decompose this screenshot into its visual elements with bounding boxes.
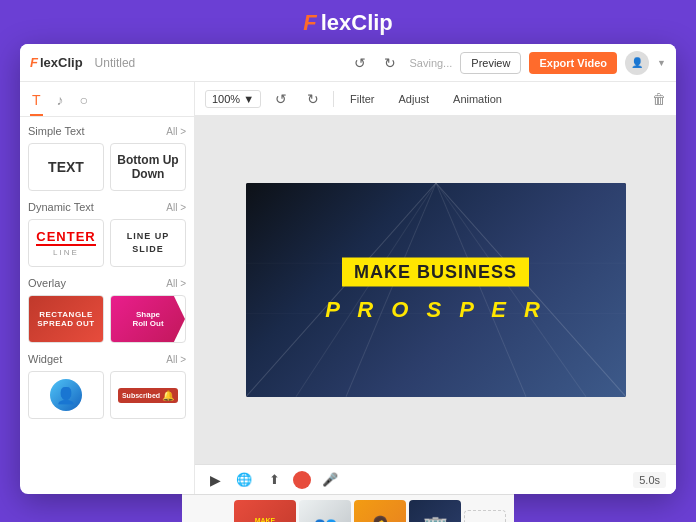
dynamic-text-center[interactable]: CENTER LINE [28, 219, 104, 267]
subline-text: P R O S P E R [265, 297, 607, 323]
upload-icon[interactable]: ⬆ [263, 469, 285, 491]
clip-duration: 5.0s [633, 472, 666, 488]
header-logo: F lexClip [30, 55, 83, 70]
overlay-label: Overlay [28, 277, 66, 289]
brand-f-letter: F [303, 10, 316, 36]
subscribed-text: Subscribed [122, 392, 160, 399]
header-logo-text: lexClip [40, 55, 83, 70]
avatar[interactable]: 👤 [625, 51, 649, 75]
panel-content: Simple Text All > TEXT Bottom UpDown Dyn… [20, 117, 194, 494]
widget-subscribe[interactable]: Subscribed 🔔 [110, 371, 186, 419]
canvas-toolbar: 100% ▼ ↺ ↻ Filter Adjust Animation 🗑 [195, 82, 676, 116]
header-logo-f: F [30, 55, 38, 70]
avatar-dropdown-icon[interactable]: ▼ [657, 58, 666, 68]
clip-item-2[interactable]: 👥 Video 5.0s [299, 500, 351, 523]
clip-item-4[interactable]: 🏢 MAKE BUSINESS Video 5.0s [409, 500, 461, 523]
widget-label: Widget [28, 353, 62, 365]
canvas-text-overlay: MAKE BUSINESS P R O S P E R [265, 258, 607, 323]
simple-text-label: Simple Text [28, 125, 85, 137]
dynamic-text-section-header: Dynamic Text All > [28, 201, 186, 213]
clip-building-icon: 🏢 [423, 514, 448, 523]
simple-text-item-text[interactable]: TEXT [28, 143, 104, 191]
dynamic-text-lineup[interactable]: LINE UPSLIDE [110, 219, 186, 267]
clip-thumb-2[interactable]: 👥 [299, 500, 351, 523]
app-header: F lexClip Untitled ↺ ↻ Saving... Preview… [20, 44, 676, 82]
widget-subscribed-badge: Subscribed 🔔 [118, 388, 178, 403]
overlay-items: RECTANGLE SPREAD OUT ShapeRoll Out [28, 295, 186, 343]
brand-logo: F lexClip [303, 10, 393, 36]
play-button[interactable]: ▶ [205, 470, 225, 490]
app-window: F lexClip Untitled ↺ ↻ Saving... Preview… [20, 44, 676, 494]
center-text-top: CENTER [36, 230, 95, 246]
saving-indicator: Saving... [409, 57, 452, 69]
animation-button[interactable]: Animation [445, 90, 510, 108]
canvas-area: MAKE BUSINESS P R O S P E R [195, 116, 676, 464]
canvas-controls: ▶ 🌐 ⬆ 🎤 5.0s [195, 464, 676, 494]
rect-overlay-text: RECTANGLE [39, 310, 93, 319]
simple-text-section-header: Simple Text All > [28, 125, 186, 137]
tab-music[interactable]: ♪ [55, 88, 66, 116]
simple-text-all[interactable]: All > [166, 126, 186, 137]
toolbar-separator [333, 91, 334, 107]
headline-text: MAKE BUSINESS [342, 258, 529, 287]
widget-section-header: Widget All > [28, 353, 186, 365]
preview-button[interactable]: Preview [460, 52, 521, 74]
filter-button[interactable]: Filter [342, 90, 382, 108]
record-button[interactable] [293, 471, 311, 489]
clip-thumb-3[interactable]: 👩‍💼 [354, 500, 406, 523]
bell-icon: 🔔 [162, 390, 174, 401]
widget-all[interactable]: All > [166, 354, 186, 365]
widget-icon: 👤 [50, 379, 82, 411]
simple-text-item-bottomup[interactable]: Bottom UpDown [110, 143, 186, 191]
tab-text[interactable]: T [30, 88, 43, 116]
overlay-shape-rollout[interactable]: ShapeRoll Out [110, 295, 186, 343]
rotate-left-button[interactable]: ↺ [269, 87, 293, 111]
zoom-value: 100% [212, 93, 240, 105]
clip-office-icon: 👩‍💼 [369, 515, 391, 523]
lineup-text: LINE UPSLIDE [127, 230, 170, 255]
overlay-all[interactable]: All > [166, 278, 186, 289]
clip-thumb-1[interactable]: MAKEBUSINESS PROSPER [234, 500, 296, 523]
mic-icon[interactable]: 🎤 [319, 469, 341, 491]
video-canvas: MAKE BUSINESS P R O S P E R [246, 183, 626, 397]
document-title: Untitled [95, 56, 136, 70]
timeline-clips: MAKEBUSINESS PROSPER Photo 5.0s 👥 Video … [234, 501, 506, 522]
panel-tabs: T ♪ ○ [20, 82, 194, 117]
zoom-dropdown-icon: ▼ [243, 93, 254, 105]
left-panel: T ♪ ○ Simple Text All > TEXT Bottom UpDo… [20, 82, 195, 494]
adjust-button[interactable]: Adjust [390, 90, 437, 108]
dynamic-text-items: CENTER LINE LINE UPSLIDE [28, 219, 186, 267]
widget-profile[interactable]: 👤 [28, 371, 104, 419]
widget-items: 👤 Subscribed 🔔 [28, 371, 186, 419]
right-area: 100% ▼ ↺ ↻ Filter Adjust Animation 🗑 [195, 82, 676, 494]
delete-button[interactable]: 🗑 [652, 91, 666, 107]
clip-item-3[interactable]: 👩‍💼 Video 5.0s [354, 500, 406, 523]
undo-button[interactable]: ↺ [349, 52, 371, 74]
clip-item-1[interactable]: MAKEBUSINESS PROSPER Photo 5.0s [234, 500, 296, 523]
add-storyboard-button[interactable]: + Storyboard [464, 510, 506, 523]
redo-button[interactable]: ↻ [379, 52, 401, 74]
center-text-bot: LINE [53, 248, 79, 257]
simple-text-items: TEXT Bottom UpDown [28, 143, 186, 191]
brand-name-text: lexClip [321, 10, 393, 36]
timeline: ▶ 17.1s MAKEBUSINESS PROSPER Photo 5.0s … [182, 494, 514, 522]
overlay-section-header: Overlay All > [28, 277, 186, 289]
app-body: T ♪ ○ Simple Text All > TEXT Bottom UpDo… [20, 82, 676, 494]
clip-thumb-4[interactable]: 🏢 MAKE BUSINESS [409, 500, 461, 523]
zoom-control[interactable]: 100% ▼ [205, 90, 261, 108]
shape-rollout-text: ShapeRoll Out [132, 310, 163, 328]
dynamic-text-label: Dynamic Text [28, 201, 94, 213]
export-button[interactable]: Export Video [529, 52, 617, 74]
clip-people-icon: 👥 [313, 514, 338, 523]
rect-spread-text: SPREAD OUT [37, 319, 94, 328]
dynamic-text-all[interactable]: All > [166, 202, 186, 213]
earth-icon[interactable]: 🌐 [233, 469, 255, 491]
rotate-right-button[interactable]: ↻ [301, 87, 325, 111]
overlay-rectangle[interactable]: RECTANGLE SPREAD OUT [28, 295, 104, 343]
tab-shapes[interactable]: ○ [78, 88, 90, 116]
brand-bar: F lexClip [0, 0, 696, 44]
